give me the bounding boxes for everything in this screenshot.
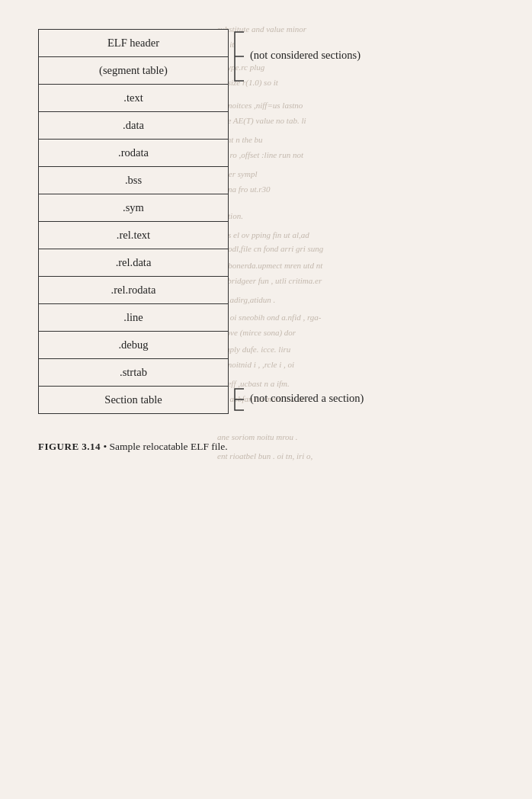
section-label: Section table bbox=[39, 387, 229, 414]
page: substitute and value minor the itis.type… bbox=[0, 0, 532, 799]
table-row: (segment table) bbox=[39, 57, 229, 85]
table-row: Section table bbox=[39, 387, 229, 414]
section-label: .bss bbox=[39, 167, 229, 194]
section-label: .debug bbox=[39, 332, 229, 359]
table-row: .debug bbox=[39, 332, 229, 359]
section-label: .text bbox=[39, 85, 229, 112]
bracket-bottom-label: (not considered a section) bbox=[250, 392, 364, 405]
table-row: .data bbox=[39, 112, 229, 140]
table-row: .sym bbox=[39, 194, 229, 222]
table-row: .strtab bbox=[39, 359, 229, 387]
table-row: .rel.rodata bbox=[39, 277, 229, 304]
table-row: .text bbox=[39, 85, 229, 112]
figure-caption-text: • Sample relocatable ELF file. bbox=[101, 441, 228, 452]
section-label: (segment table) bbox=[39, 57, 229, 85]
figure-label: Figure 3.14 bbox=[38, 441, 101, 452]
bracket-top-label: (not considered sections) bbox=[250, 49, 361, 62]
section-label: .rel.rodata bbox=[39, 277, 229, 304]
section-label: .strtab bbox=[39, 359, 229, 387]
table-row: .rel.data bbox=[39, 249, 229, 277]
table-row: .bss bbox=[39, 167, 229, 194]
figure-caption: Figure 3.14 • Sample relocatable ELF fil… bbox=[38, 441, 228, 453]
figure-container: ELF header(segment table).text.data.roda… bbox=[23, 15, 509, 453]
section-label: .rel.text bbox=[39, 222, 229, 249]
section-label: ELF header bbox=[39, 30, 229, 57]
section-label: .rel.data bbox=[39, 249, 229, 277]
section-label: .sym bbox=[39, 194, 229, 222]
table-row: .rodata bbox=[39, 140, 229, 167]
section-label: .data bbox=[39, 112, 229, 140]
section-label: .line bbox=[39, 304, 229, 332]
side-labels: (not considered sections)(not considered… bbox=[232, 29, 521, 413]
table-row: .line bbox=[39, 304, 229, 332]
table-row: ELF header bbox=[39, 30, 229, 57]
section-label: .rodata bbox=[39, 140, 229, 167]
diagram-area: ELF header(segment table).text.data.roda… bbox=[38, 29, 521, 414]
table-row: .rel.text bbox=[39, 222, 229, 249]
elf-sections-table: ELF header(segment table).text.data.roda… bbox=[38, 29, 229, 414]
